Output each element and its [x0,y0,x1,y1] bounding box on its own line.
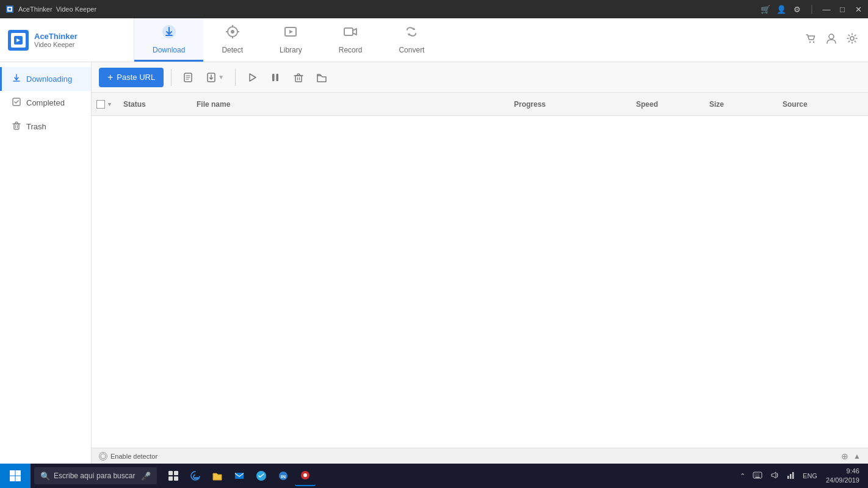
svg-rect-50 [168,476,173,481]
svg-point-21 [809,41,811,43]
pause-button[interactable] [266,70,284,85]
nav-convert-label: Convert [399,46,424,54]
col-filename-header: File name [192,100,509,109]
paste-url-plus-icon: + [107,72,113,83]
titlebar-cart-icon[interactable]: 🛒 [761,5,770,13]
convert-nav-icon [403,24,419,43]
nav-item-library[interactable]: Library [261,18,320,62]
taskbar-app-explorer[interactable] [207,465,228,486]
nav-right-icons [795,18,868,62]
logo-subtitle: Video Keeper [34,41,78,48]
nav-library-label: Library [280,46,302,54]
col-progress-header: Progress [509,100,631,109]
taskbar-mic-icon[interactable]: 🎤 [141,472,151,481]
select-all-dropdown[interactable]: ▼ [107,101,112,107]
svg-rect-37 [272,74,275,81]
table-header: ▼ Status File name Progress Speed Size S… [92,93,868,116]
col-size-header: Size [704,100,778,109]
taskbar-clock[interactable]: 9:46 24/09/2019 [822,465,863,487]
taskbar-up-arrow-icon[interactable]: ⌃ [737,471,748,481]
nav-item-convert[interactable]: Convert [380,18,443,62]
completed-icon [12,97,21,109]
keyboard-icon [753,472,762,479]
right-panel: + Paste URL ▼ [92,62,868,464]
enable-detector-button[interactable]: Enable detector [99,452,157,461]
svg-rect-27 [14,124,19,129]
taskbar-volume-icon[interactable] [767,469,782,483]
svg-marker-18 [353,29,356,35]
taskbar-app-6[interactable]: IN [273,465,294,486]
taskbar-network-icon[interactable] [784,470,798,482]
nav-user-icon[interactable] [825,32,837,48]
delete-icon [293,72,304,83]
volume-icon [770,470,779,480]
detect-nav-icon [225,24,241,43]
svg-rect-47 [16,476,21,482]
nav-items: Download Detect [134,18,795,62]
new-download-arrow: ▼ [218,74,224,81]
svg-rect-45 [16,470,21,476]
nav-item-record[interactable]: Record [320,18,381,62]
svg-marker-36 [250,74,256,81]
title-bar: AceThinker Video Keeper 🛒 👤 ⚙ | — □ ✕ [0,0,868,18]
windows-logo-icon [9,470,21,482]
svg-rect-39 [295,76,302,82]
nav-item-download[interactable]: Download [134,18,203,62]
toolbar-divider-2 [235,69,236,86]
svg-point-23 [829,34,834,39]
taskbar-keyboard-icon[interactable] [750,470,765,481]
col-check: ▼ [96,100,118,109]
paste-url-button[interactable]: + Paste URL [99,68,164,87]
svg-point-10 [231,30,234,34]
svg-point-57 [303,473,307,477]
sidebar-item-trash[interactable]: Trash [0,115,91,138]
sidebar-item-downloading[interactable]: Downloading [0,67,91,91]
nav-download-label: Download [153,46,185,54]
svg-rect-46 [10,476,15,482]
title-bar-controls: 🛒 👤 ⚙ | — □ ✕ [761,4,863,15]
task-view-icon [168,470,179,481]
titlebar-minimize-button[interactable]: — [822,5,831,13]
taskbar-lang-label[interactable]: ENG [800,471,820,481]
new-task-button[interactable] [179,70,197,85]
titlebar-maximize-button[interactable]: □ [837,5,847,13]
trash-icon [12,121,21,132]
titlebar-settings-icon[interactable]: ⚙ [792,5,802,13]
resume-button[interactable] [243,70,261,85]
taskbar-start-button[interactable] [0,464,31,488]
select-all-checkbox-wrapper[interactable]: ▼ [96,100,112,109]
taskbar: 🔍 Escribe aquí para buscar 🎤 IN ⌃ [0,464,868,488]
open-folder-button[interactable] [313,70,331,85]
content-area: ▼ Status File name Progress Speed Size S… [92,93,868,448]
status-plus-icon[interactable]: ⊕ [841,451,848,461]
taskbar-app-task-view[interactable] [163,465,184,486]
network-icon [787,471,795,479]
status-chevron-icon[interactable]: ▲ [853,452,861,461]
taskbar-app-telegram[interactable] [251,465,272,486]
enable-detector-label: Enable detector [110,453,157,460]
status-bar-right: ⊕ ▲ [841,451,861,461]
titlebar-close-button[interactable]: ✕ [853,5,863,13]
app-wrapper: AceThinker Video Keeper Download [0,18,868,464]
delete-button[interactable] [289,70,308,85]
taskbar-search-box[interactable]: 🔍 Escribe aquí para buscar 🎤 [34,467,157,484]
select-all-checkbox[interactable] [96,100,105,109]
paste-url-label: Paste URL [117,73,155,82]
nav-settings-icon[interactable] [846,32,858,48]
svg-rect-69 [792,472,794,479]
logo-icon [7,29,29,51]
taskbar-app-mail[interactable] [229,465,250,486]
sidebar-item-completed[interactable]: Completed [0,91,91,115]
taskbar-app-edge[interactable] [185,465,206,486]
new-download-icon [206,72,217,83]
taskbar-app-7[interactable] [295,465,316,486]
library-nav-icon [283,24,298,43]
titlebar-user-icon[interactable]: 👤 [776,5,786,13]
nav-cart-icon[interactable] [805,32,817,48]
nav-item-detect[interactable]: Detect [203,18,261,62]
svg-text:IN: IN [281,474,286,479]
svg-rect-51 [174,476,178,481]
col-source-header: Source [778,100,863,109]
mail-icon [234,470,245,481]
new-download-button[interactable]: ▼ [202,70,228,85]
